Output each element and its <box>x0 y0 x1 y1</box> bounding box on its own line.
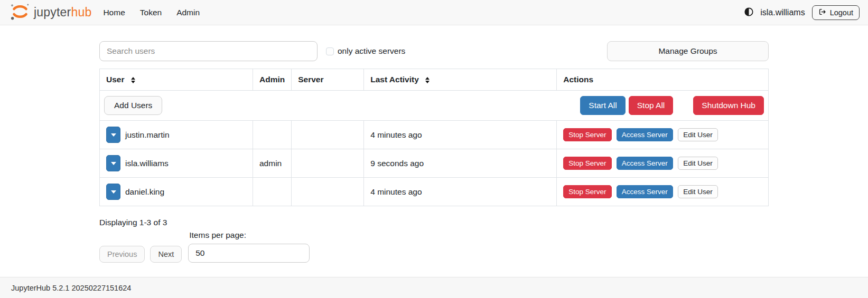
logout-label: Logout <box>830 8 853 17</box>
items-per-page: Items per page: <box>188 230 310 263</box>
table-row: isla.williams admin 9 seconds ago Stop S… <box>100 149 769 178</box>
column-header-last-activity[interactable]: Last Activity <box>364 69 557 91</box>
navbar-right: isla.williams Logout <box>744 5 860 20</box>
items-per-page-input[interactable] <box>188 244 310 263</box>
table-row: justin.martin 4 minutes ago Stop Server … <box>100 121 769 149</box>
pagination-controls: Previous Next Items per page: <box>99 230 769 263</box>
shutdown-hub-button[interactable]: Shutdown Hub <box>693 96 764 115</box>
user-dropdown-button[interactable] <box>106 184 120 200</box>
users-table: User Admin Server Last Activity Actions … <box>99 69 769 206</box>
stop-server-button[interactable]: Stop Server <box>563 185 611 198</box>
edit-user-button[interactable]: Edit User <box>678 128 718 141</box>
logout-arrow-icon <box>818 8 826 17</box>
sort-icon <box>425 77 430 83</box>
jupyter-logo-icon <box>8 2 32 23</box>
last-activity-header-label: Last Activity <box>370 75 419 84</box>
last-activity-cell: 9 seconds ago <box>364 149 557 178</box>
toolbar: only active servers Manage Groups <box>99 41 769 61</box>
edit-user-button[interactable]: Edit User <box>678 157 718 170</box>
caret-down-icon <box>111 190 116 194</box>
version-text: JupyterHub 5.2.1 20250227151624 <box>11 284 131 292</box>
pagination-summary: Displaying 1-3 of 3 <box>99 218 769 227</box>
nav-link-admin[interactable]: Admin <box>176 8 200 17</box>
table-row: daniel.king 4 minutes ago Stop Server Ac… <box>100 178 769 206</box>
user-header-label: User <box>106 75 124 84</box>
theme-toggle-button[interactable] <box>744 7 753 18</box>
column-header-server: Server <box>292 69 364 91</box>
access-server-button[interactable]: Access Server <box>617 128 673 141</box>
jupyterhub-logo[interactable]: jupyterhub <box>8 2 91 23</box>
stop-all-button[interactable]: Stop All <box>629 96 674 115</box>
add-users-button[interactable]: Add Users <box>104 96 162 115</box>
previous-page-button[interactable]: Previous <box>99 246 145 263</box>
items-per-page-label: Items per page: <box>189 230 310 240</box>
column-header-user[interactable]: User <box>100 69 253 91</box>
column-header-actions: Actions <box>557 69 769 91</box>
footer: JupyterHub 5.2.1 20250227151624 <box>0 277 868 298</box>
start-all-button[interactable]: Start All <box>580 96 625 115</box>
server-cell <box>292 149 364 178</box>
server-cell <box>292 121 364 149</box>
brand-text: jupyterhub <box>34 5 91 20</box>
manage-groups-button[interactable]: Manage Groups <box>607 41 769 61</box>
caret-down-icon <box>111 162 116 165</box>
admin-cell <box>253 121 292 149</box>
username-cell: isla.williams <box>125 159 169 168</box>
user-dropdown-button[interactable] <box>106 155 120 171</box>
admin-cell <box>253 178 292 206</box>
last-activity-cell: 4 minutes ago <box>364 121 557 149</box>
access-server-button[interactable]: Access Server <box>617 185 673 198</box>
user-dropdown-button[interactable] <box>106 127 120 143</box>
last-activity-cell: 4 minutes ago <box>364 178 557 206</box>
current-username: isla.williams <box>760 8 805 17</box>
access-server-button[interactable]: Access Server <box>617 157 673 170</box>
username-cell: daniel.king <box>125 187 164 197</box>
navbar: jupyterhub Home Token Admin isla.william… <box>0 0 868 25</box>
caret-down-icon <box>111 133 116 137</box>
only-active-servers-checkbox[interactable] <box>326 47 334 55</box>
edit-user-button[interactable]: Edit User <box>678 185 718 198</box>
half-circle-theme-icon <box>744 7 753 18</box>
nav-link-home[interactable]: Home <box>103 8 125 17</box>
table-header-row: User Admin Server Last Activity Actions <box>100 69 769 91</box>
stop-server-button[interactable]: Stop Server <box>563 128 611 141</box>
column-header-admin: Admin <box>253 69 292 91</box>
nav-link-token[interactable]: Token <box>140 8 162 17</box>
server-cell <box>292 178 364 206</box>
next-page-button[interactable]: Next <box>150 246 182 263</box>
logout-button[interactable]: Logout <box>812 5 860 20</box>
sort-icon <box>131 77 135 83</box>
search-input[interactable] <box>99 41 318 61</box>
username-cell: justin.martin <box>125 130 170 140</box>
active-servers-filter: only active servers <box>326 46 405 56</box>
nav-links: Home Token Admin <box>103 8 200 17</box>
admin-panel: only active servers Manage Groups User A… <box>99 41 769 263</box>
admin-cell: admin <box>253 149 292 178</box>
table-controls-row: Add Users Start All Stop All Shutdown Hu… <box>100 91 769 121</box>
only-active-servers-label[interactable]: only active servers <box>338 46 405 56</box>
stop-server-button[interactable]: Stop Server <box>563 157 611 170</box>
